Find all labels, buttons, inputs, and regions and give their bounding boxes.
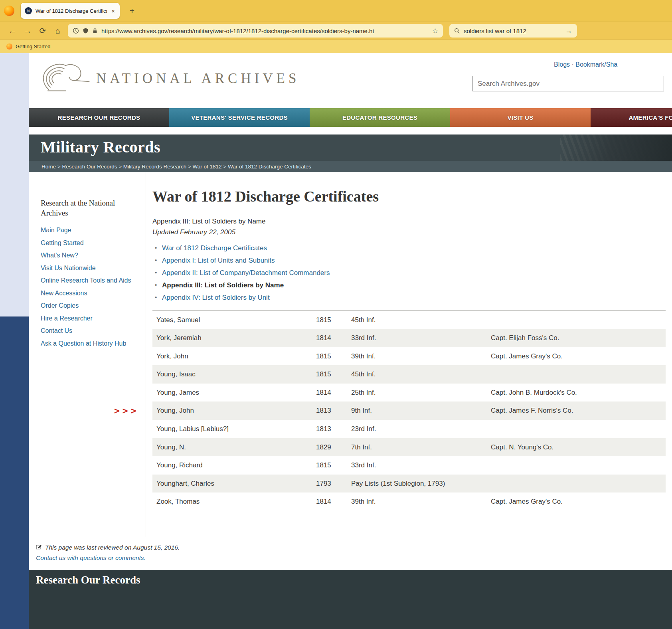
close-icon[interactable]: × <box>111 8 116 14</box>
appendix-link[interactable]: Appendix I: List of Units and Subunits <box>162 257 275 264</box>
appendix-link[interactable]: Appendix IV: List of Soldiers by Unit <box>162 294 270 301</box>
history-clock-icon[interactable] <box>73 28 79 34</box>
browser-search-bar[interactable]: → <box>449 24 577 38</box>
cell-name: Young, John <box>156 407 316 415</box>
breadcrumb-link[interactable]: War of 1812 <box>193 164 222 170</box>
contact-us-link[interactable]: Contact us with questions or comments. <box>36 554 146 562</box>
page-left-margin-dark <box>0 316 29 629</box>
banner-photo <box>560 135 672 161</box>
browser-tab[interactable]: N War of 1812 Discharge Certifica × <box>21 3 120 19</box>
reload-icon[interactable]: ⟳ <box>35 24 50 37</box>
lock-icon[interactable] <box>92 28 98 34</box>
updated-date: Updated February 22, 2005 <box>152 228 666 236</box>
breadcrumb-separator: > <box>117 164 123 170</box>
cell-year: 1813 <box>316 407 351 415</box>
breadcrumb-link[interactable]: War of 1812 Discharge Certificates <box>228 164 311 170</box>
breadcrumb-link[interactable]: Military Records Research <box>123 164 186 170</box>
cell-unit: Pay Lists (1st Sublegion, 1793) <box>351 480 491 488</box>
appendix-list-item: Appendix II: List of Company/Detachment … <box>152 269 666 277</box>
browser-window: N War of 1812 Discharge Certifica × + ← … <box>0 0 672 629</box>
shield-icon[interactable] <box>83 28 89 34</box>
breadcrumb-link[interactable]: Home <box>42 164 56 170</box>
cell-company <box>491 370 663 378</box>
tab-strip: N War of 1812 Discharge Certifica × + <box>0 0 672 22</box>
breadcrumb-separator: > <box>56 164 62 170</box>
sidebar-link-online-research-tools-and-aids[interactable]: Online Research Tools and Aids <box>41 276 138 285</box>
military-records-banner: Military Records <box>29 135 672 161</box>
browser-search-input[interactable] <box>464 28 561 34</box>
sidebar-link-main-page[interactable]: Main Page <box>41 226 138 235</box>
cell-unit: 45th Inf. <box>351 316 491 324</box>
cell-company <box>491 316 663 324</box>
cell-company: Capt. James F. Norris's Co. <box>491 407 663 415</box>
main-content: War of 1812 Discharge Certificates Appen… <box>146 172 672 537</box>
header-utility-links: Blogs · Bookmark/Sha <box>554 61 617 68</box>
cell-name: Young, Isaac <box>156 370 316 378</box>
sidebar-link-what-s-new-[interactable]: What's New? <box>41 251 138 260</box>
forward-icon[interactable]: → <box>20 24 35 37</box>
table-row: Young, Labius [Lebius?]181323rd Inf. <box>152 420 666 438</box>
sidebar-link-visit-us-nationwide[interactable]: Visit Us Nationwide <box>41 264 138 273</box>
archives-search-input[interactable] <box>472 76 664 91</box>
cell-name: Young, Labius [Lebius?] <box>156 425 316 433</box>
nav-item-america-s-foundin[interactable]: AMERICA'S FOUNDIN <box>591 108 672 127</box>
cell-year: 1814 <box>316 498 351 506</box>
national-archives-logo[interactable]: NATIONAL ARCHIVES <box>41 60 300 97</box>
home-icon[interactable]: ⌂ <box>50 24 65 37</box>
sidebar-link-contact-us[interactable]: Contact Us <box>41 326 138 335</box>
site-header: NATIONAL ARCHIVES Blogs · Bookmark/Sha <box>29 53 672 108</box>
sidebar-link-getting-started[interactable]: Getting Started <box>41 239 138 247</box>
appendix-subtitle: Appendix III: List of Soldiers by Name <box>152 218 666 225</box>
cell-company: Capt. N. Young's Co. <box>491 443 663 451</box>
sidebar-link-hire-a-researcher[interactable]: Hire a Researcher <box>41 314 138 323</box>
cell-name: Young, N. <box>156 443 316 451</box>
cell-company <box>491 461 663 469</box>
appendix-link[interactable]: Appendix II: List of Company/Detachment … <box>162 269 330 277</box>
sidebar-nav: Main PageGetting StartedWhat's New?Visit… <box>41 226 138 348</box>
cell-name: Younghart, Charles <box>156 480 316 488</box>
new-tab-button[interactable]: + <box>126 5 138 17</box>
breadcrumb-link[interactable]: Research Our Records <box>62 164 117 170</box>
nav-item-research-our-records[interactable]: RESEARCH OUR RECORDS <box>29 108 169 127</box>
table-row: Yates, Samuel181545th Inf. <box>152 311 666 329</box>
appendix-list-item: Appendix IV: List of Soldiers by Unit <box>152 294 666 302</box>
back-icon[interactable]: ← <box>5 24 20 37</box>
nav-item-visit-us[interactable]: VISIT US <box>450 108 591 127</box>
appendix-list-item: Appendix I: List of Units and Subunits <box>152 257 666 265</box>
cell-company: Capt. John B. Murdock's Co. <box>491 389 663 397</box>
table-row: York, Jeremiah181433rd Inf.Capt. Elijah … <box>152 329 666 347</box>
sidebar-link-order-copies[interactable]: Order Copies <box>41 301 138 310</box>
content-row: Research at the National Archives Main P… <box>29 172 672 537</box>
cell-year: 1814 <box>316 389 351 397</box>
footer-section-title: Research Our Records <box>36 574 672 586</box>
red-arrows-annotation: >>> <box>114 405 139 416</box>
last-reviewed-line: This page was last reviewed on August 15… <box>36 544 666 551</box>
browser-chrome: N War of 1812 Discharge Certifica × + ← … <box>0 0 672 53</box>
bookmark-share-link[interactable]: Bookmark/Sha <box>575 61 617 68</box>
appendix-list-item: Appendix III: List of Soldiers by Name <box>152 281 666 289</box>
nav-gap <box>29 127 672 135</box>
tab-title: War of 1812 Discharge Certifica <box>36 8 107 14</box>
bookmark-star-icon[interactable]: ☆ <box>432 27 438 35</box>
firefox-icon[interactable] <box>4 6 14 16</box>
bookmark-item-getting-started[interactable]: Getting Started <box>16 44 50 49</box>
cell-unit: 7th Inf. <box>351 443 491 451</box>
sidebar-link-ask-a-question-at-history-hub[interactable]: Ask a Question at History Hub <box>41 339 138 348</box>
breadcrumb-bar: Home > Research Our Records > Military R… <box>29 161 672 172</box>
table-row: Young, Richard181533rd Inf. <box>152 456 666 475</box>
breadcrumb: Home > Research Our Records > Military R… <box>42 164 311 170</box>
blogs-link[interactable]: Blogs <box>554 61 570 68</box>
url-bar[interactable]: https://www.archives.gov/research/milita… <box>68 24 443 38</box>
cell-year: 1815 <box>316 352 351 360</box>
go-arrow-icon[interactable]: → <box>565 27 572 35</box>
nav-item-educator-resources[interactable]: EDUCATOR RESOURCES <box>310 108 450 127</box>
search-icon <box>454 28 460 34</box>
cell-name: Young, James <box>156 389 316 397</box>
appendix-link[interactable]: War of 1812 Discharge Certificates <box>162 244 267 252</box>
cell-name: York, John <box>156 352 316 360</box>
page-footer: This page was last reviewed on August 15… <box>36 537 666 570</box>
sidebar-link-new-accessions[interactable]: New Accessions <box>41 289 138 298</box>
nav-item-veterans-service-records[interactable]: VETERANS' SERVICE RECORDS <box>169 108 310 127</box>
page-content: NATIONAL ARCHIVES Blogs · Bookmark/Sha R… <box>29 53 672 629</box>
cell-unit: 45th Inf. <box>351 370 491 378</box>
